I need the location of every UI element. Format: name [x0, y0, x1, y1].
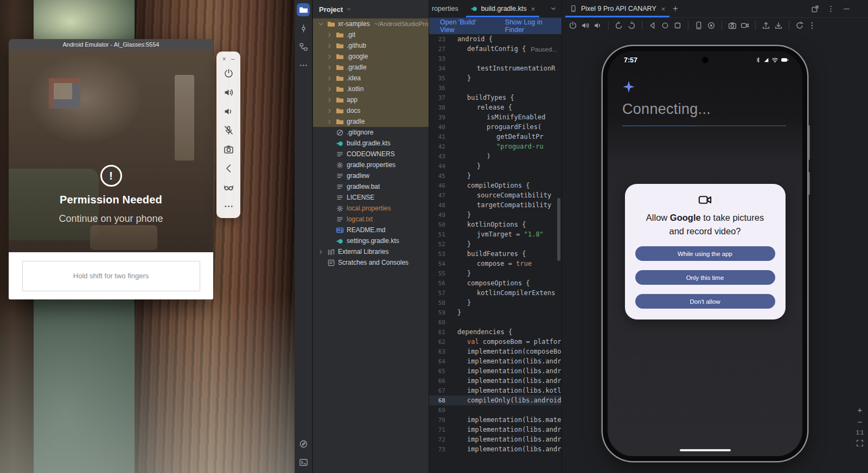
chevron-right-icon[interactable] [317, 248, 324, 255]
tree-item-build-gradle-kts[interactable]: build.gradle.kts [313, 138, 429, 149]
stripe-button-edit-circle[interactable] [297, 437, 310, 450]
record-icon[interactable] [707, 21, 716, 30]
tab-build-gradle-kts[interactable]: build.gradle.kts × [466, 0, 540, 17]
close-tab-icon[interactable]: × [531, 5, 535, 13]
code-line-51[interactable]: 51jvmTarget = "1.8" [429, 229, 561, 239]
tree-item-google[interactable]: .google [313, 51, 429, 62]
overview-square-icon[interactable] [673, 21, 682, 30]
more-h-icon[interactable] [224, 201, 234, 212]
code-line-62[interactable]: 62val composeBom = platfor [429, 337, 561, 347]
code-line-41[interactable]: 41getDefaultPr [429, 132, 561, 142]
tab-gradle-properties[interactable]: roperties [429, 0, 463, 17]
code-line-64[interactable]: 64implementation(libs.andr [429, 356, 561, 366]
code-line-33[interactable]: 33 [429, 54, 561, 63]
tree-item-gitignore[interactable]: .gitignore [313, 127, 429, 138]
dont-allow-button[interactable]: Don't allow [635, 294, 775, 309]
chevron-right-icon[interactable] [326, 53, 333, 60]
chevron-right-icon[interactable] [326, 97, 333, 104]
chevron-right-icon[interactable] [326, 75, 333, 82]
code-line-58[interactable]: 58} [429, 298, 561, 308]
stripe-button-folder[interactable] [297, 3, 310, 16]
code-line-23[interactable]: 23android { [429, 34, 561, 44]
show-log-in-finder-link[interactable]: Show Log in Finder [505, 18, 561, 34]
chevron-down-icon[interactable] [346, 6, 352, 12]
chevron-right-icon[interactable] [326, 42, 333, 49]
tree-item-docs[interactable]: docs [313, 105, 429, 116]
open-build-view-link[interactable]: Open 'Build' View [440, 18, 491, 34]
tree-item-readme-md[interactable]: README.md [313, 225, 429, 235]
zoom-in-icon[interactable]: + [858, 406, 863, 414]
volume-down-icon[interactable] [593, 21, 602, 30]
code-line-56[interactable]: 56composeOptions { [429, 278, 561, 288]
tree-item-logcat-txt[interactable]: logcat.txt [313, 214, 429, 225]
code-editor[interactable]: 23android {27defaultConfig {3334testInst… [429, 34, 561, 473]
rotate-left-icon[interactable] [615, 21, 623, 30]
emulator-screen[interactable]: ! Permission Needed Continue on your pho… [9, 50, 213, 252]
code-line-53[interactable]: 53buildFeatures { [429, 249, 561, 259]
while-using-the-app-button[interactable]: While using the app [635, 246, 775, 261]
only-this-time-button[interactable]: Only this time [635, 270, 775, 285]
tree-item-gradle[interactable]: .gradle [313, 62, 429, 73]
chevron-right-icon[interactable] [326, 31, 333, 39]
home-indicator[interactable] [680, 449, 731, 452]
mic-off-icon[interactable] [224, 125, 234, 136]
tree-item-gradlew-bat[interactable]: gradlew.bat [313, 181, 429, 192]
stripe-button-terminal[interactable] [297, 456, 310, 469]
code-line-49[interactable]: 49} [429, 210, 561, 220]
stripe-button-commit[interactable] [297, 22, 310, 35]
tree-item-kotlin[interactable]: .kotlin [313, 84, 429, 94]
phone-screen[interactable]: 7:57 Connecting... Allow Google to take … [608, 51, 802, 456]
code-line-72[interactable]: 72implementation(libs.andr [429, 434, 561, 444]
close-icon[interactable]: × [222, 56, 226, 62]
editor-scrollbar-thumb[interactable] [557, 198, 560, 261]
tree-item-xr-samples[interactable]: xr-samples~/AndroidStudioProj [313, 18, 429, 29]
new-tab-icon[interactable]: + [673, 4, 678, 13]
tree-item-gradlew[interactable]: gradlew [313, 170, 429, 181]
code-line-38[interactable]: 38release { [429, 103, 561, 112]
fit-icon[interactable] [856, 439, 864, 447]
code-line-73[interactable]: 73implementation(libs.andr [429, 444, 561, 454]
volume-down-icon[interactable] [224, 106, 234, 117]
volume-up-icon[interactable] [581, 21, 590, 30]
tree-item-github[interactable]: .github [313, 40, 429, 51]
rotate-right-icon[interactable] [627, 21, 636, 30]
volume-up-icon[interactable] [224, 87, 234, 98]
tree-item-gradle-properties[interactable]: gradle.properties [313, 159, 429, 170]
popout-icon[interactable] [811, 5, 819, 13]
code-line-39[interactable]: 39isMinifyEnabled [429, 112, 561, 122]
code-line-59[interactable]: 59} [429, 308, 561, 317]
code-line-66[interactable]: 66implementation(libs.andr [429, 376, 561, 386]
code-line-55[interactable]: 55} [429, 269, 561, 278]
tree-item-gradle[interactable]: gradle [313, 116, 429, 127]
tree-item-git[interactable]: .git [313, 29, 429, 40]
chevron-right-icon[interactable] [326, 86, 333, 93]
more-v-icon[interactable] [827, 5, 835, 13]
back-tri-icon[interactable] [648, 21, 657, 30]
more-v-icon[interactable] [808, 21, 816, 30]
code-line-37[interactable]: 37buildTypes { [429, 93, 561, 103]
tree-item-settings-gradle-kts[interactable]: settings.gradle.kts [313, 235, 429, 246]
tree-item-idea[interactable]: .idea [313, 73, 429, 84]
tree-item-app[interactable]: app [313, 94, 429, 105]
code-line-68[interactable]: 68compileOnly(libs.android [429, 395, 561, 405]
home-circle-icon[interactable] [661, 21, 669, 30]
videocam-icon[interactable] [741, 21, 749, 30]
code-line-54[interactable]: 54compose = true [429, 259, 561, 269]
tree-item-codeowners[interactable]: CODEOWNERS [313, 149, 429, 159]
code-line-44[interactable]: 44} [429, 161, 561, 171]
code-line-48[interactable]: 48targetCompatibility [429, 200, 561, 210]
power-icon[interactable] [569, 21, 577, 30]
camera-icon[interactable] [224, 144, 234, 155]
project-header[interactable]: Project [313, 0, 429, 18]
code-line-71[interactable]: 71implementation(libs.andr [429, 425, 561, 434]
chevron-right-icon[interactable] [326, 107, 333, 114]
chevron-right-icon[interactable] [326, 64, 333, 71]
close-tab-icon[interactable]: × [661, 5, 666, 13]
minus-icon[interactable] [843, 5, 851, 13]
zoom-out-icon[interactable]: − [858, 418, 863, 426]
code-line-65[interactable]: 65implementation(libs.andr [429, 366, 561, 376]
chevron-right-icon[interactable] [326, 118, 333, 125]
tree-item-external-libraries[interactable]: External Libraries [313, 246, 429, 257]
stripe-button-more-h[interactable] [297, 59, 310, 72]
back-icon[interactable] [224, 163, 234, 174]
